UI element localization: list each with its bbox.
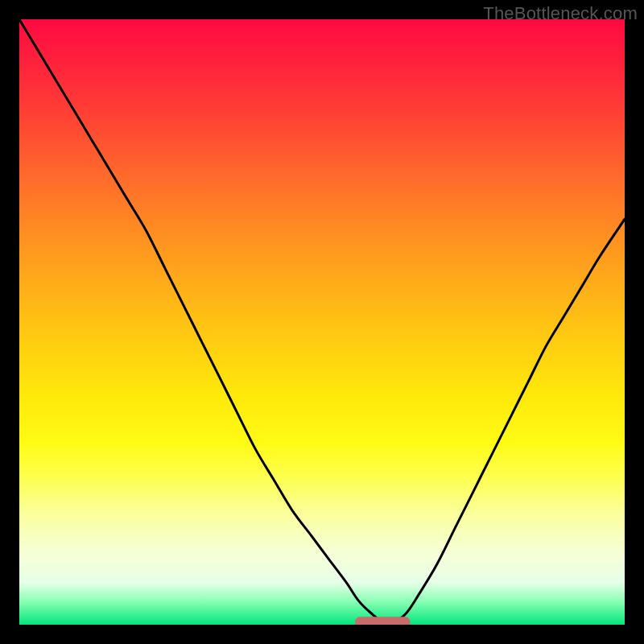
trough-marker [355,617,410,625]
bottleneck-curve [19,19,625,623]
curve-svg [19,19,625,625]
watermark-label: TheBottleneck.com [483,3,638,24]
plot-area [19,19,625,625]
chart-frame: TheBottleneck.com [0,0,644,644]
